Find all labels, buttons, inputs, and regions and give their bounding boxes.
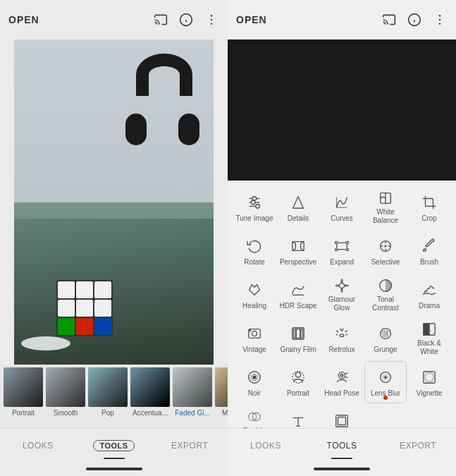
thumb-smooth[interactable]: Smooth <box>45 367 86 417</box>
crop-icon <box>419 193 439 212</box>
tool-double-exposure[interactable]: Double Exposure <box>233 405 276 428</box>
left-nav-export[interactable]: EXPORT <box>152 429 228 462</box>
tool-head-pose[interactable]: Head Pose <box>321 361 363 403</box>
left-home-bar-line <box>86 468 142 470</box>
thumb-accentuate-label: Accentua... <box>130 409 171 417</box>
thumb-portrait[interactable]: Portrait <box>3 367 44 417</box>
thumb-accentuate[interactable]: Accentua... <box>130 367 171 417</box>
right-home-bar <box>228 462 456 476</box>
svg-point-36 <box>339 283 344 288</box>
tool-drama[interactable]: Drama <box>408 274 450 316</box>
tool-white-balance[interactable]: White Balance <box>364 186 407 228</box>
thumb-faded-gl[interactable]: Faded Gl... <box>172 367 213 417</box>
tool-brush-label: Brush <box>420 258 438 267</box>
thumbnail-strip: Portrait Smooth Pop Accentua... Faded Gl… <box>0 365 228 428</box>
healing-icon <box>245 280 264 300</box>
thumb-morning-label: Morning <box>214 409 228 417</box>
tool-frames[interactable]: Frames <box>321 405 363 428</box>
svg-point-54 <box>340 374 343 377</box>
svg-rect-29 <box>337 243 347 249</box>
tool-drama-label: Drama <box>419 302 440 310</box>
tool-tonal-contrast[interactable]: Tonal Contrast <box>364 274 407 316</box>
bw-icon <box>419 322 439 337</box>
right-image-area <box>228 39 456 181</box>
rubiks-cube-image <box>56 280 113 336</box>
vignette-icon <box>419 367 439 387</box>
thumb-portrait-label: Portrait <box>3 409 44 417</box>
tool-noir[interactable]: Noir <box>233 361 276 403</box>
right-nav-tools[interactable]: TOOLS <box>304 429 380 462</box>
left-bottom-nav: LOOKS TOOLS EXPORT <box>0 428 228 462</box>
left-info-icon[interactable] <box>178 12 194 28</box>
tool-tonal-contrast-label: Tonal Contrast <box>366 295 405 312</box>
headphones-image <box>122 54 207 145</box>
tool-lens-blur[interactable]: Lens Blur <box>364 361 407 403</box>
left-more-icon[interactable] <box>204 12 219 28</box>
tool-vignette[interactable]: Vignette <box>408 361 450 403</box>
grainy-icon <box>288 324 308 343</box>
tool-expand[interactable]: Expand <box>321 230 363 272</box>
tool-vintage-label: Vintage <box>242 346 266 354</box>
curves-icon <box>332 193 352 212</box>
tool-selective[interactable]: Selective <box>364 230 407 272</box>
selective-icon <box>376 236 395 256</box>
svg-point-6 <box>211 23 213 25</box>
tool-grainy-film[interactable]: Grainy Film <box>277 317 319 360</box>
tool-tune-image-label: Tune Image <box>236 214 273 223</box>
left-cast-icon[interactable] <box>153 12 168 28</box>
left-home-bar <box>0 462 228 476</box>
right-cast-icon[interactable] <box>381 12 397 28</box>
svg-point-31 <box>385 245 386 247</box>
tool-tune-image[interactable]: Tune Image <box>233 186 276 228</box>
tool-retrolux[interactable]: Retrolux <box>321 317 363 360</box>
thumb-faded-gl-label: Faded Gl... <box>172 409 213 417</box>
tools-grid: Tune Image Details Curves <box>228 181 456 428</box>
svg-rect-42 <box>294 329 296 338</box>
left-header-icons <box>153 12 219 28</box>
right-nav-looks[interactable]: LOOKS <box>228 429 304 462</box>
tool-rotate-label: Rotate <box>244 258 264 267</box>
svg-point-19 <box>251 200 255 205</box>
right-bottom-nav: LOOKS TOOLS EXPORT <box>228 428 456 462</box>
tonal-icon <box>376 278 395 293</box>
thumb-morning[interactable]: Morning <box>214 367 228 417</box>
tool-details[interactable]: Details <box>277 186 319 228</box>
tool-glamour-glow[interactable]: Glamour Glow <box>321 274 363 316</box>
tool-healing[interactable]: Healing <box>233 274 276 316</box>
tool-vignette-label: Vignette <box>417 389 443 398</box>
svg-point-5 <box>211 19 213 21</box>
right-nav-export[interactable]: EXPORT <box>380 429 456 462</box>
left-nav-looks[interactable]: LOOKS <box>0 429 76 462</box>
tool-curves[interactable]: Curves <box>321 186 363 228</box>
tool-perspective[interactable]: Perspective <box>277 230 319 272</box>
tool-retrolux-label: Retrolux <box>328 346 355 354</box>
tool-details-label: Details <box>288 214 309 223</box>
tool-vintage[interactable]: Vintage <box>233 317 276 360</box>
tool-brush[interactable]: Brush <box>408 230 450 272</box>
svg-point-22 <box>256 204 260 208</box>
tool-crop[interactable]: Crop <box>408 186 450 228</box>
svg-point-50 <box>253 376 256 379</box>
tool-portrait-tool[interactable]: Portrait <box>277 361 319 403</box>
right-info-icon[interactable] <box>407 12 422 28</box>
doubleexp-icon <box>245 409 264 425</box>
headpose-icon <box>332 367 352 387</box>
tool-hdr-scape[interactable]: HDR Scape <box>277 274 319 316</box>
left-nav-tools[interactable]: TOOLS <box>76 429 152 462</box>
tool-grunge[interactable]: Grunge <box>364 317 407 360</box>
details-icon <box>288 193 308 212</box>
right-header-icons <box>381 12 448 28</box>
tool-grainy-film-label: Grainy Film <box>280 346 316 354</box>
tool-glamour-glow-label: Glamour Glow <box>322 295 362 312</box>
tool-text[interactable]: Text <box>277 405 319 428</box>
expand-icon <box>332 236 352 256</box>
tool-curves-label: Curves <box>331 214 353 223</box>
right-panel: OPEN <box>228 0 456 476</box>
retrolux-icon <box>332 324 352 343</box>
portrait-tool-icon <box>288 367 308 387</box>
tool-bw[interactable]: Black & White <box>408 317 450 360</box>
left-panel: OPEN <box>0 0 228 476</box>
right-more-icon[interactable] <box>432 12 448 28</box>
tool-rotate[interactable]: Rotate <box>233 230 276 272</box>
thumb-pop[interactable]: Pop <box>87 367 128 417</box>
